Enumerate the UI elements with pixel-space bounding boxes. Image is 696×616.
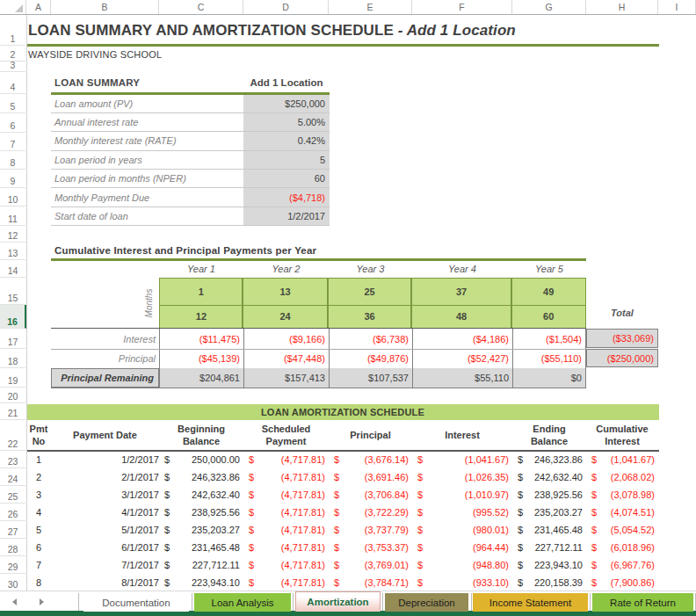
cumulative-value-cell[interactable]: ($52,427) (412, 349, 512, 368)
amortization-cell-interest[interactable]: $(948.80) (412, 556, 512, 574)
amortization-cell-date[interactable]: 6/1/2017 (51, 539, 159, 556)
loan-summary-value-cell[interactable]: 5.00% (243, 113, 330, 131)
amortization-cell-cum[interactable]: $(6,018.96) (586, 539, 658, 556)
month-cell[interactable]: 48 (412, 306, 511, 327)
cumulative-value-cell[interactable]: $55,110 (412, 368, 512, 388)
row-header-9[interactable]: 9 (0, 170, 25, 188)
total-value-cell[interactable]: ($33,069) (586, 329, 658, 348)
amortization-cell-sched[interactable]: $(4,717.81) (243, 556, 329, 574)
amortization-cell-sched[interactable]: $(4,717.81) (243, 451, 329, 468)
cumulative-value-cell[interactable]: ($11,475) (159, 329, 243, 349)
month-cell[interactable]: 49 (512, 279, 585, 305)
tab-loan-analysis[interactable]: Loan Analysis (194, 593, 291, 612)
column-header-B[interactable]: B (51, 0, 159, 14)
row-header-14[interactable]: 14 (0, 260, 25, 278)
row-header-17[interactable]: 17 (0, 329, 25, 349)
amortization-cell-interest[interactable]: $(964.44) (412, 539, 512, 556)
month-cell[interactable]: 13 (243, 279, 328, 305)
amortization-title-bar[interactable]: LOAN AMORTIZATION SCHEDULE (26, 404, 659, 420)
loan-summary-title-cell[interactable]: LOAN SUMMARY (54, 77, 243, 88)
year-header-cell[interactable]: Year 4 (412, 261, 512, 277)
loan-summary-label-cell[interactable]: Monthly Payment Due (54, 188, 149, 206)
amortization-cell-principal[interactable]: $(3,722.29) (329, 504, 412, 521)
cumulative-value-cell[interactable]: $107,537 (329, 368, 412, 388)
cumulative-value-cell[interactable]: ($55,110) (512, 349, 586, 368)
amortization-cell-cum[interactable]: $(4,074.51) (586, 504, 658, 521)
amortization-cell-sched[interactable]: $(4,717.81) (243, 504, 329, 521)
column-header-A[interactable]: A (26, 0, 51, 14)
amortization-cell-begin[interactable]: $238,925.56 (159, 504, 243, 521)
row-header-24[interactable]: 24 (0, 468, 25, 486)
amortization-cell-no[interactable]: 7 (26, 556, 51, 574)
amortization-cell-interest[interactable]: $(980.01) (412, 521, 512, 539)
cumulative-value-cell[interactable]: ($4,186) (412, 329, 512, 349)
amortization-cell-cum[interactable]: $(6,967.76) (586, 556, 658, 574)
amortization-cell-no[interactable]: 4 (26, 504, 51, 521)
amortization-column-header[interactable]: EndingBalance (512, 421, 586, 450)
cumulative-value-cell[interactable]: ($47,448) (243, 349, 329, 368)
row-header-5[interactable]: 5 (0, 94, 25, 113)
tab-scroll-right-icon[interactable] (40, 598, 44, 605)
row-header-15[interactable]: 15 (0, 278, 25, 305)
amortization-cell-interest[interactable]: $(1,041.67) (412, 451, 512, 468)
year-header-cell[interactable]: Year 1 (159, 261, 243, 277)
cumulative-table-title-cell[interactable]: Cumulative Interest and Principal Paymen… (54, 245, 316, 256)
row-header-19[interactable]: 19 (0, 368, 25, 388)
row-header-22[interactable]: 22 (0, 420, 25, 451)
row-header-7[interactable]: 7 (0, 133, 25, 151)
tab-rate-of-return[interactable]: Rate of Return (592, 593, 693, 612)
amortization-cell-sched[interactable]: $(4,717.81) (243, 468, 329, 486)
amortization-column-header[interactable]: Interest (412, 421, 512, 450)
cumulative-value-cell[interactable]: ($6,738) (329, 329, 412, 349)
amortization-column-header[interactable]: Payment Date (51, 421, 159, 450)
month-cell[interactable]: 24 (243, 306, 328, 327)
amortization-cell-cum[interactable]: $(5,054.52) (586, 521, 658, 539)
tab-income-statement[interactable]: Income Statement (473, 593, 588, 612)
tab-scroll-left-icon[interactable] (12, 598, 17, 605)
amortization-column-header[interactable]: BeginningBalance (159, 421, 243, 450)
column-header-F[interactable]: F (412, 0, 512, 14)
cumulative-value-cell[interactable]: $0 (512, 368, 586, 388)
amortization-cell-principal[interactable]: $(3,737.79) (329, 521, 412, 539)
amortization-cell-begin[interactable]: $242,632.40 (159, 486, 243, 504)
row-header-21[interactable]: 21 (0, 403, 25, 420)
amortization-cell-end[interactable]: $220,158.39 (512, 574, 586, 591)
row-header-4[interactable]: 4 (0, 72, 25, 94)
row-header-8[interactable]: 8 (0, 151, 25, 170)
amortization-cell-date[interactable]: 5/1/2017 (51, 521, 159, 539)
row-header-30[interactable]: 30 (0, 574, 25, 591)
cumulative-row-label-cell[interactable]: Principal (51, 349, 156, 368)
amortization-cell-sched[interactable]: $(4,717.81) (243, 521, 329, 539)
loan-summary-value-cell[interactable]: 1/2/2017 (243, 207, 330, 225)
amortization-cell-begin[interactable]: $235,203.27 (159, 521, 243, 539)
amortization-cell-date[interactable]: 8/1/2017 (51, 574, 159, 591)
loan-summary-label-cell[interactable]: Monthly interest rate (RATE) (54, 132, 177, 149)
amortization-cell-end[interactable]: $227,712.11 (512, 539, 586, 556)
amortization-column-header[interactable]: CumulativeInterest (586, 421, 658, 450)
amortization-cell-end[interactable]: $238,925.56 (512, 486, 586, 504)
company-name-cell[interactable]: WAYSIDE DRIVING SCHOOL (28, 49, 162, 60)
amortization-cell-sched[interactable]: $(4,717.81) (243, 486, 329, 504)
month-cell[interactable]: 1 (160, 279, 242, 305)
amortization-cell-no[interactable]: 5 (26, 521, 51, 539)
amortization-cell-interest[interactable]: $(933.10) (412, 574, 512, 591)
cumulative-value-cell[interactable]: ($49,876) (329, 349, 412, 368)
loan-summary-value-cell[interactable]: 5 (243, 151, 330, 169)
row-header-27[interactable]: 27 (0, 521, 25, 539)
amortization-cell-cum[interactable]: $(1,041.67) (586, 451, 658, 468)
row-header-12[interactable]: 12 (0, 226, 25, 243)
amortization-cell-no[interactable]: 2 (26, 468, 51, 486)
amortization-cell-begin[interactable]: $246,323.86 (159, 468, 243, 486)
cumulative-value-cell[interactable]: $204,861 (159, 368, 243, 388)
year-header-cell[interactable]: Year 3 (329, 261, 412, 277)
amortization-cell-cum[interactable]: $(2,068.02) (586, 468, 658, 486)
amortization-column-header[interactable]: ScheduledPayment (243, 421, 329, 450)
amortization-cell-interest[interactable]: $(1,026.35) (412, 468, 512, 486)
total-column-label-cell[interactable]: Total (586, 308, 658, 318)
loan-summary-value-cell[interactable]: 60 (243, 170, 330, 187)
loan-summary-label-cell[interactable]: Loan period in years (54, 151, 142, 169)
row-header-11[interactable]: 11 (0, 207, 25, 226)
total-value-cell[interactable]: ($250,000) (586, 349, 658, 367)
amortization-cell-no[interactable]: 8 (26, 574, 51, 591)
row-header-16[interactable]: 16 (0, 305, 26, 329)
